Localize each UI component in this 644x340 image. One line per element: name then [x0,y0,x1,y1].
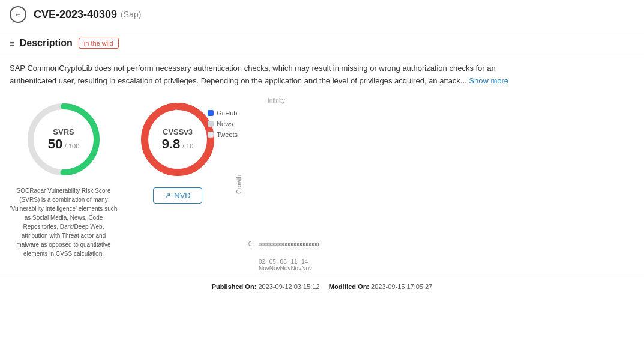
news-dot [208,121,214,127]
modified-value: 2023-09-15 17:05:27 [371,283,432,290]
description-header: ≡ Description in the wild [0,29,644,55]
in-the-wild-badge: in the wild [79,38,119,49]
main-content: SVRS 50 / 100 SOCRadar Vulnerability Ris… [0,91,644,278]
cve-tag: (Sap) [121,10,141,19]
chart-x-labels: 02 Nov 05 Nov 08 Nov 11 Nov 14 Nov [256,258,262,272]
svrs-value: 50 [48,136,62,151]
svrs-section: SVRS 50 / 100 SOCRadar Vulnerability Ris… [10,97,118,272]
tweets-dot [208,132,214,138]
nvd-label: NVD [174,191,190,200]
legend-tweets: Tweets [208,131,238,138]
x-label-1: 02 Nov [259,258,269,272]
published-label: Published On: [212,283,257,290]
show-more-link[interactable]: Show more [469,76,508,85]
news-label: News [217,120,233,127]
cvss-value-row: 9.8 / 10 [162,136,194,151]
cvss-gauge: CVSSv3 9.8 / 10 [136,97,220,181]
cvss-value: 9.8 [162,136,181,151]
zero-label: 0 [248,241,252,247]
svrs-max: / 100 [65,142,79,149]
tweets-label: Tweets [217,131,238,138]
cve-id: CVE-2023-40309 [34,8,117,21]
nvd-button[interactable]: ↗ NVD [153,187,202,204]
x-label-3: 08 Nov [280,258,291,272]
description-icon: ≡ [10,38,15,49]
x-label-4: 11 Nov [290,258,301,272]
description-body: SAP CommonCryptoLib does not perform nec… [10,64,496,85]
cvss-max: / 10 [182,142,193,149]
legend-github: GitHub [208,109,238,117]
chart-legend: GitHub News Tweets [208,109,238,138]
cvss-name: CVSSv3 [162,127,194,136]
github-label: GitHub [217,109,237,117]
back-button[interactable]: ← [10,6,26,23]
external-link-icon: ↗ [164,191,171,200]
back-arrow-icon: ← [14,10,22,19]
github-dot [208,110,214,116]
chart-y-label: Growth [236,174,242,193]
cvss-label: CVSSv3 9.8 / 10 [162,127,194,151]
x-label-5: 14 Nov [301,258,312,272]
published-bar: Published On: 2023-09-12 03:15:12 Modifi… [0,278,644,295]
svrs-description: SOCRadar Vulnerability Risk Score (SVRS)… [10,186,118,258]
description-title: Description [20,38,73,49]
modified-label: Modified On: [329,283,369,290]
x-label-2: 05 Nov [269,258,280,272]
description-text: SAP CommonCryptoLib does not perform nec… [0,55,540,91]
svrs-value-row: 50 / 100 [48,136,80,151]
published-value: 2023-09-12 03:15:12 [258,283,319,290]
svrs-gauge: SVRS 50 / 100 [22,97,106,181]
legend-news: News [208,120,238,127]
top-bar: ← CVE-2023-40309 (Sap) [0,0,644,29]
svrs-label: SVRS 50 / 100 [48,127,80,151]
infinity-label: Infinity [268,97,285,104]
svrs-name: SVRS [48,127,80,136]
chart-zero-row: 0 0 0 0 0 0 0 0 0 0 0 0 0 0 0 0 0 0 0 0 [256,241,262,247]
